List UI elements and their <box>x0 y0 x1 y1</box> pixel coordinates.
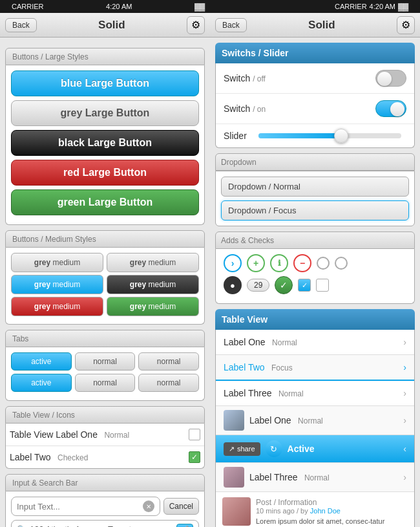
table-label-2: Label Two Checked <box>10 451 88 463</box>
status-bar: CARRIER 4:20 AM ▓▓ CARRIER 4:20 AM ▓▓ <box>0 0 420 13</box>
left-back-button[interactable]: Back <box>5 18 37 32</box>
grey-medium-btn-6[interactable]: grey medium <box>107 297 199 316</box>
chevron-right-6: › <box>403 472 406 482</box>
red-large-button[interactable]: red Large Button <box>11 160 199 186</box>
checkbox-1[interactable] <box>189 429 200 440</box>
rtable-row-6[interactable]: Label Three Normal › <box>216 463 414 491</box>
blue-large-button[interactable]: blue Large Button <box>11 70 199 96</box>
right-nav-bar: Back Solid ⚙ <box>210 13 420 38</box>
adds-checks-body: › + ℹ − ● 29 ✓ ✓ <box>215 249 415 304</box>
grey-large-button[interactable]: grey Large Button <box>11 100 199 126</box>
radio-empty-2[interactable] <box>335 257 348 270</box>
info-btn[interactable]: ℹ <box>270 254 288 272</box>
right-nav-title: Solid <box>308 19 335 32</box>
grey-medium-btn-2[interactable]: grey medium <box>107 253 199 272</box>
battery-right: ▓▓ <box>398 3 408 10</box>
rtable-row-4[interactable]: Label One Normal › <box>216 406 414 435</box>
rtable-row-3[interactable]: Label Three Normal › <box>216 381 414 406</box>
tab-normal-1[interactable]: normal <box>75 352 136 371</box>
tabs-body: active normal normal active normal norma… <box>5 347 205 401</box>
time-left: 4:20 AM <box>106 3 132 10</box>
refresh-icon[interactable]: ↻ <box>266 440 282 457</box>
carrier-right: CARRIER <box>335 3 367 10</box>
green-large-button[interactable]: green Large Button <box>11 189 199 215</box>
time-right: 4:20 AM <box>370 3 395 10</box>
black-large-button[interactable]: black Large Button <box>11 130 199 156</box>
dropdown-normal[interactable]: Dropdown / Normal <box>221 177 409 197</box>
slider-fill <box>258 133 337 138</box>
buttons-large-header: Buttons / Large Styles <box>5 48 205 65</box>
clear-icon[interactable]: ✕ <box>143 500 154 512</box>
checkbox-checked-sm[interactable]: ✓ <box>298 279 311 292</box>
plus-btn[interactable]: + <box>247 254 265 272</box>
mic-icon[interactable]: 🎤 <box>176 524 193 527</box>
tab-active-2[interactable]: active <box>11 374 72 392</box>
buttons-large-body: blue Large Button grey Large Button blac… <box>5 65 205 225</box>
battery-left: ▓▓ <box>194 3 205 10</box>
switches-body: Switch / off Switch / on <box>215 63 415 148</box>
tabs-row-2: active normal normal <box>11 374 199 392</box>
tabs-row-1: active normal normal <box>11 352 199 371</box>
adds-checks-header: Adds & Checks <box>215 231 415 249</box>
post-row: Post / Information 10 mins ago / by John… <box>216 491 414 527</box>
slider-thumb[interactable] <box>334 129 348 143</box>
post-meta: 10 mins ago / by John Doe <box>256 507 408 515</box>
switch-on-row: Switch / on <box>216 94 414 124</box>
right-screen: Back Solid ⚙ Switchs / Slider Switch / o… <box>210 13 420 527</box>
search-input[interactable] <box>30 524 173 527</box>
checkbox-empty-sm[interactable] <box>316 279 329 292</box>
circle-dark[interactable]: ● <box>224 276 242 294</box>
tab-normal-2[interactable]: normal <box>138 352 199 371</box>
table-row-2: Label Two Checked ✓ <box>6 446 204 468</box>
tabs-header: Tabs <box>5 330 205 347</box>
left-nav-bar: Back Solid ⚙ <box>0 13 210 38</box>
toggle-off[interactable] <box>375 70 406 87</box>
adds-row-1: › + ℹ − <box>224 254 406 272</box>
badge-29: 29 <box>247 279 269 292</box>
post-text: Lorem ipsum dolor sit amet, consec-tatur… <box>256 517 408 527</box>
table-icons-body: Table View Label One Normal Label Two Ch… <box>5 424 205 469</box>
right-gear-icon[interactable]: ⚙ <box>397 16 415 34</box>
left-gear-icon[interactable]: ⚙ <box>187 16 205 34</box>
toggle-on[interactable] <box>375 100 406 117</box>
radio-empty-1[interactable] <box>317 257 330 270</box>
table-row-1: Table View Label One Normal <box>6 424 204 446</box>
tab-normal-4[interactable]: normal <box>138 374 199 392</box>
toggle-thumb-off <box>377 72 392 86</box>
text-input[interactable] <box>17 502 140 511</box>
rtable-row-1[interactable]: Label One Normal › <box>216 330 414 355</box>
grey-medium-btn-5[interactable]: grey medium <box>11 297 103 316</box>
status-bar-right: CARRIER 4:20 AM ▓▓ <box>210 3 414 10</box>
grey-medium-btn-1[interactable]: grey medium <box>11 253 103 272</box>
slider-track[interactable] <box>258 133 401 138</box>
rtable-avatar-row-4: Label One Normal <box>224 410 323 431</box>
left-nav-title: Solid <box>98 19 125 32</box>
checkbox-2[interactable]: ✓ <box>189 451 200 463</box>
input-search-body: ✕ Cancel 🔍 🎤 <box>5 491 205 527</box>
rtable-row-2[interactable]: Label Two Focus › <box>216 355 414 381</box>
share-icon: ↗ <box>229 445 235 453</box>
rtable-label-container-1: Label One Normal <box>224 336 297 348</box>
right-back-button[interactable]: Back <box>215 18 247 32</box>
cancel-button[interactable]: Cancel <box>163 498 199 515</box>
dropdown-header: Dropdown <box>215 153 415 171</box>
share-button[interactable]: ↗ share <box>224 442 260 456</box>
tab-normal-3[interactable]: normal <box>75 374 136 392</box>
adds-row-2: ● 29 ✓ ✓ <box>224 276 406 294</box>
chevron-right-3: › <box>403 388 406 398</box>
chevron-left-5: ‹ <box>403 444 406 454</box>
table-label-1: Table View Label One Normal <box>10 429 129 440</box>
arrow-right-btn[interactable]: › <box>224 254 242 272</box>
left-content: Buttons / Large Styles blue Large Button… <box>0 38 210 527</box>
switch-off-row: Switch / off <box>216 63 414 94</box>
slider-row: Slider <box>216 124 414 147</box>
grey-medium-btn-4[interactable]: grey medium <box>107 275 199 294</box>
dropdown-focus[interactable]: Dropdown / Focus <box>221 200 409 220</box>
avatar-6 <box>224 467 244 488</box>
minus-btn[interactable]: − <box>293 254 311 272</box>
grey-medium-btn-3[interactable]: grey medium <box>11 275 103 294</box>
check-circle-btn[interactable]: ✓ <box>275 276 293 294</box>
medium-row-1: grey medium grey medium <box>11 253 199 272</box>
rtable-row-5[interactable]: ↗ share ↻ Active ‹ <box>216 435 414 463</box>
tab-active-1[interactable]: active <box>11 352 72 371</box>
